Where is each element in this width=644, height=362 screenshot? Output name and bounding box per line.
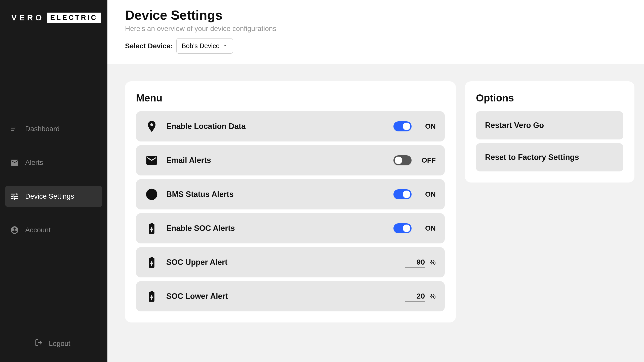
menu-item-location-data: Enable Location Data ON bbox=[136, 111, 445, 141]
device-select-row: Select Device: Bob's Device bbox=[125, 38, 634, 54]
main: Device Settings Here's an overview of yo… bbox=[107, 0, 644, 362]
battery-icon bbox=[145, 290, 158, 303]
brand-part1: VERO bbox=[11, 13, 44, 22]
sidebar-item-alerts[interactable]: Alerts bbox=[5, 152, 102, 173]
account-icon bbox=[10, 226, 19, 235]
options-card: Options Restart Vero Go Reset to Factory… bbox=[465, 81, 634, 183]
mail-icon bbox=[10, 158, 19, 167]
sidebar-item-label: Alerts bbox=[25, 159, 43, 167]
menu-item-soc-lower: SOC Lower Alert % bbox=[136, 281, 445, 311]
brand-part2: ELECTRIC bbox=[47, 13, 101, 23]
soc-lower-input[interactable] bbox=[405, 291, 425, 302]
menu-card: Menu Enable Location Data ON Email Alert… bbox=[125, 81, 456, 322]
tune-icon bbox=[10, 192, 19, 201]
sidebar-item-label: Dashboard bbox=[25, 125, 60, 133]
menu-item-label: BMS Status Alerts bbox=[166, 190, 393, 199]
location-icon bbox=[145, 120, 158, 133]
soc-alerts-toggle[interactable] bbox=[393, 223, 412, 233]
device-select-value: Bob's Device bbox=[182, 42, 220, 50]
sidebar-item-device-settings[interactable]: Device Settings bbox=[5, 186, 102, 207]
sidebar: VERO ELECTRIC Dashboard Alerts Device Se… bbox=[0, 0, 107, 362]
sidebar-nav: Dashboard Alerts Device Settings Account bbox=[5, 118, 102, 333]
logout-icon bbox=[35, 339, 43, 348]
menu-item-soc-upper: SOC Upper Alert % bbox=[136, 247, 445, 277]
toggle-state: ON bbox=[422, 224, 436, 232]
logout-button[interactable]: Logout bbox=[5, 333, 102, 354]
content: Menu Enable Location Data ON Email Alert… bbox=[107, 64, 644, 362]
toggle-state: ON bbox=[422, 190, 436, 198]
percent-unit: % bbox=[429, 292, 436, 300]
options-title: Options bbox=[476, 92, 623, 104]
percent-unit: % bbox=[429, 258, 436, 266]
menu-item-label: SOC Lower Alert bbox=[166, 292, 405, 301]
mail-icon bbox=[145, 154, 158, 167]
page-title: Device Settings bbox=[125, 8, 634, 23]
toggle-state: OFF bbox=[422, 156, 436, 164]
menu-item-label: Email Alerts bbox=[166, 156, 393, 165]
menu-item-bms-alerts: BMS Status Alerts ON bbox=[136, 179, 445, 209]
page-header: Device Settings Here's an overview of yo… bbox=[107, 0, 644, 64]
menu-item-label: Enable Location Data bbox=[166, 122, 393, 131]
sidebar-item-label: Account bbox=[25, 226, 51, 234]
chevron-down-icon bbox=[223, 42, 228, 50]
option-button-label: Reset to Factory Settings bbox=[485, 153, 579, 162]
dashboard-icon bbox=[10, 124, 19, 133]
device-select[interactable]: Bob's Device bbox=[176, 38, 233, 54]
toggle-state: ON bbox=[422, 122, 436, 130]
activity-icon bbox=[145, 188, 158, 201]
factory-reset-button[interactable]: Reset to Factory Settings bbox=[476, 143, 623, 171]
menu-item-label: Enable SOC Alerts bbox=[166, 224, 393, 233]
battery-icon bbox=[145, 256, 158, 269]
brand-logo: VERO ELECTRIC bbox=[5, 13, 102, 23]
sidebar-item-label: Device Settings bbox=[25, 192, 74, 200]
page-subtitle: Here's an overview of your device config… bbox=[125, 25, 634, 33]
device-select-label: Select Device: bbox=[125, 42, 173, 50]
menu-item-soc-alerts: Enable SOC Alerts ON bbox=[136, 213, 445, 243]
logout-label: Logout bbox=[49, 340, 70, 348]
menu-item-label: SOC Upper Alert bbox=[166, 258, 405, 267]
restart-button[interactable]: Restart Vero Go bbox=[476, 111, 623, 139]
email-alerts-toggle[interactable] bbox=[393, 155, 412, 165]
battery-charging-icon bbox=[145, 222, 158, 235]
sidebar-item-dashboard[interactable]: Dashboard bbox=[5, 118, 102, 139]
location-data-toggle[interactable] bbox=[393, 121, 412, 131]
sidebar-item-account[interactable]: Account bbox=[5, 220, 102, 241]
menu-title: Menu bbox=[136, 92, 445, 104]
menu-item-email-alerts: Email Alerts OFF bbox=[136, 145, 445, 175]
soc-upper-input[interactable] bbox=[405, 257, 425, 268]
option-button-label: Restart Vero Go bbox=[485, 121, 544, 130]
bms-alerts-toggle[interactable] bbox=[393, 189, 412, 199]
